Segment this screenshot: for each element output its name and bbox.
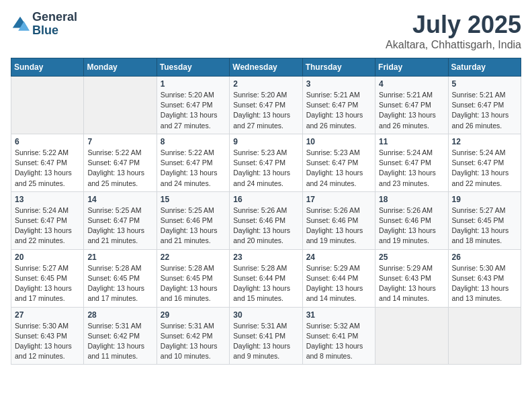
day-number: 27: [15, 310, 80, 320]
day-number: 12: [452, 137, 517, 146]
calendar-cell: 3Sunrise: 5:21 AM Sunset: 6:47 PM Daylig…: [302, 77, 375, 134]
calendar-week-2: 6Sunrise: 5:22 AM Sunset: 6:47 PM Daylig…: [11, 134, 521, 191]
day-info: Sunrise: 5:30 AM Sunset: 6:43 PM Dayligh…: [452, 263, 517, 304]
day-number: 5: [452, 79, 517, 89]
calendar-cell: 22Sunrise: 5:28 AM Sunset: 6:45 PM Dayli…: [157, 249, 229, 307]
day-number: 24: [306, 253, 371, 262]
calendar-cell: 18Sunrise: 5:26 AM Sunset: 6:46 PM Dayli…: [375, 191, 448, 249]
weekday-header-row: SundayMondayTuesdayWednesdayThursdayFrid…: [11, 58, 521, 77]
day-number: 14: [87, 195, 152, 204]
weekday-header-thursday: Thursday: [302, 58, 375, 77]
day-number: 20: [15, 253, 80, 262]
day-info: Sunrise: 5:27 AM Sunset: 6:45 PM Dayligh…: [15, 263, 80, 304]
calendar-cell: 15Sunrise: 5:25 AM Sunset: 6:46 PM Dayli…: [157, 191, 229, 249]
day-info: Sunrise: 5:28 AM Sunset: 6:45 PM Dayligh…: [161, 263, 226, 304]
day-number: 16: [233, 195, 298, 204]
day-number: 18: [379, 195, 444, 204]
weekday-header-wednesday: Wednesday: [230, 58, 302, 77]
day-number: 15: [161, 195, 226, 204]
day-number: 9: [233, 137, 298, 146]
calendar-cell: 2Sunrise: 5:20 AM Sunset: 6:47 PM Daylig…: [230, 77, 302, 134]
calendar-cell: 11Sunrise: 5:24 AM Sunset: 6:47 PM Dayli…: [375, 134, 448, 191]
weekday-header-saturday: Saturday: [448, 58, 521, 77]
day-info: Sunrise: 5:29 AM Sunset: 6:43 PM Dayligh…: [379, 263, 444, 304]
logo-line1: General: [32, 11, 77, 24]
day-info: Sunrise: 5:28 AM Sunset: 6:44 PM Dayligh…: [233, 263, 298, 304]
calendar-cell: 6Sunrise: 5:22 AM Sunset: 6:47 PM Daylig…: [11, 134, 84, 191]
calendar-subtitle: Akaltara, Chhattisgarh, India: [386, 39, 521, 51]
day-number: 7: [87, 137, 152, 146]
calendar-cell: [11, 77, 84, 134]
calendar-cell: 1Sunrise: 5:20 AM Sunset: 6:47 PM Daylig…: [157, 77, 229, 134]
calendar-cell: [84, 77, 157, 134]
calendar-cell: 5Sunrise: 5:21 AM Sunset: 6:47 PM Daylig…: [448, 77, 521, 134]
day-info: Sunrise: 5:22 AM Sunset: 6:47 PM Dayligh…: [87, 148, 152, 189]
calendar-cell: 19Sunrise: 5:27 AM Sunset: 6:45 PM Dayli…: [448, 191, 521, 249]
calendar-title: July 2025: [386, 11, 521, 39]
day-info: Sunrise: 5:29 AM Sunset: 6:44 PM Dayligh…: [306, 263, 371, 304]
title-block: July 2025 Akaltara, Chhattisgarh, India: [386, 11, 521, 51]
day-number: 1: [161, 79, 226, 89]
logo: General Blue: [11, 11, 77, 38]
calendar-header: SundayMondayTuesdayWednesdayThursdayFrid…: [11, 58, 521, 77]
calendar-cell: 14Sunrise: 5:25 AM Sunset: 6:47 PM Dayli…: [84, 191, 157, 249]
calendar-cell: [448, 307, 521, 365]
day-number: 3: [306, 79, 371, 89]
day-number: 8: [161, 137, 226, 146]
page-header: General Blue July 2025 Akaltara, Chhatti…: [11, 11, 521, 51]
calendar-cell: 4Sunrise: 5:21 AM Sunset: 6:47 PM Daylig…: [375, 77, 448, 134]
day-number: 19: [452, 195, 517, 204]
day-info: Sunrise: 5:24 AM Sunset: 6:47 PM Dayligh…: [379, 148, 444, 189]
calendar-cell: 17Sunrise: 5:26 AM Sunset: 6:46 PM Dayli…: [302, 191, 375, 249]
day-number: 21: [87, 253, 152, 262]
calendar-cell: 21Sunrise: 5:28 AM Sunset: 6:45 PM Dayli…: [84, 249, 157, 307]
day-number: 22: [161, 253, 226, 262]
calendar-week-1: 1Sunrise: 5:20 AM Sunset: 6:47 PM Daylig…: [11, 77, 521, 134]
day-info: Sunrise: 5:31 AM Sunset: 6:41 PM Dayligh…: [233, 321, 298, 362]
day-number: 4: [379, 79, 444, 89]
day-number: 23: [233, 253, 298, 262]
calendar-cell: 10Sunrise: 5:23 AM Sunset: 6:47 PM Dayli…: [302, 134, 375, 191]
day-info: Sunrise: 5:26 AM Sunset: 6:46 PM Dayligh…: [233, 205, 298, 246]
day-info: Sunrise: 5:20 AM Sunset: 6:47 PM Dayligh…: [233, 90, 298, 131]
day-number: 17: [306, 195, 371, 204]
day-info: Sunrise: 5:30 AM Sunset: 6:43 PM Dayligh…: [15, 321, 80, 362]
calendar-cell: 31Sunrise: 5:32 AM Sunset: 6:41 PM Dayli…: [302, 307, 375, 365]
day-number: 31: [306, 310, 371, 320]
calendar-cell: 25Sunrise: 5:29 AM Sunset: 6:43 PM Dayli…: [375, 249, 448, 307]
day-number: 11: [379, 137, 444, 146]
day-info: Sunrise: 5:21 AM Sunset: 6:47 PM Dayligh…: [379, 90, 444, 131]
day-info: Sunrise: 5:24 AM Sunset: 6:47 PM Dayligh…: [452, 148, 517, 189]
day-info: Sunrise: 5:31 AM Sunset: 6:42 PM Dayligh…: [87, 321, 152, 362]
weekday-header-monday: Monday: [84, 58, 157, 77]
calendar-week-5: 27Sunrise: 5:30 AM Sunset: 6:43 PM Dayli…: [11, 307, 521, 365]
calendar-cell: 24Sunrise: 5:29 AM Sunset: 6:44 PM Dayli…: [302, 249, 375, 307]
day-info: Sunrise: 5:23 AM Sunset: 6:47 PM Dayligh…: [233, 148, 298, 189]
calendar-cell: 20Sunrise: 5:27 AM Sunset: 6:45 PM Dayli…: [11, 249, 84, 307]
weekday-header-sunday: Sunday: [11, 58, 84, 77]
calendar-week-3: 13Sunrise: 5:24 AM Sunset: 6:47 PM Dayli…: [11, 191, 521, 249]
day-info: Sunrise: 5:27 AM Sunset: 6:45 PM Dayligh…: [452, 205, 517, 246]
calendar-week-4: 20Sunrise: 5:27 AM Sunset: 6:45 PM Dayli…: [11, 249, 521, 307]
calendar-cell: 29Sunrise: 5:31 AM Sunset: 6:42 PM Dayli…: [157, 307, 229, 365]
calendar-cell: 9Sunrise: 5:23 AM Sunset: 6:47 PM Daylig…: [230, 134, 302, 191]
calendar-cell: 26Sunrise: 5:30 AM Sunset: 6:43 PM Dayli…: [448, 249, 521, 307]
day-info: Sunrise: 5:31 AM Sunset: 6:42 PM Dayligh…: [161, 321, 226, 362]
day-number: 26: [452, 253, 517, 262]
day-info: Sunrise: 5:21 AM Sunset: 6:47 PM Dayligh…: [306, 90, 371, 131]
calendar-cell: 30Sunrise: 5:31 AM Sunset: 6:41 PM Dayli…: [230, 307, 302, 365]
day-info: Sunrise: 5:21 AM Sunset: 6:47 PM Dayligh…: [452, 90, 517, 131]
day-number: 10: [306, 137, 371, 146]
weekday-header-tuesday: Tuesday: [157, 58, 229, 77]
day-number: 13: [15, 195, 80, 204]
weekday-header-friday: Friday: [375, 58, 448, 77]
logo-line2: Blue: [32, 24, 77, 38]
calendar-cell: 27Sunrise: 5:30 AM Sunset: 6:43 PM Dayli…: [11, 307, 84, 365]
day-info: Sunrise: 5:22 AM Sunset: 6:47 PM Dayligh…: [15, 148, 80, 189]
day-number: 6: [15, 137, 80, 146]
day-number: 30: [233, 310, 298, 320]
day-info: Sunrise: 5:26 AM Sunset: 6:46 PM Dayligh…: [379, 205, 444, 246]
day-info: Sunrise: 5:26 AM Sunset: 6:46 PM Dayligh…: [306, 205, 371, 246]
day-info: Sunrise: 5:28 AM Sunset: 6:45 PM Dayligh…: [87, 263, 152, 304]
day-number: 2: [233, 79, 298, 89]
